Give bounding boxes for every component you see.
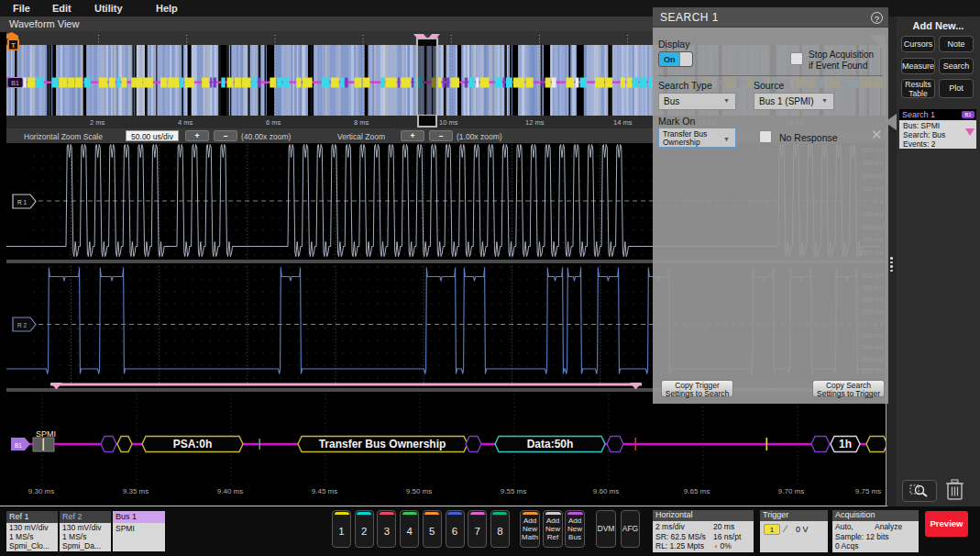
svg-text:B1: B1: [11, 80, 19, 86]
svg-text:9.35 ms: 9.35 ms: [123, 487, 149, 495]
svg-text:Data:50h: Data:50h: [527, 438, 574, 450]
svg-text:1h: 1h: [839, 438, 852, 450]
svg-text:9.70 ms: 9.70 ms: [778, 487, 804, 495]
svg-text:9.65 ms: 9.65 ms: [684, 487, 710, 495]
svg-text:T: T: [11, 41, 16, 50]
svg-text:9.40 ms: 9.40 ms: [217, 487, 243, 495]
svg-text:9.30 ms: 9.30 ms: [28, 487, 54, 495]
svg-text:9.45 ms: 9.45 ms: [312, 487, 337, 495]
svg-text:9.50 ms: 9.50 ms: [406, 487, 432, 495]
svg-text:R 2: R 2: [17, 322, 28, 328]
svg-text:R 1: R 1: [17, 199, 28, 206]
svg-text:9.75 ms: 9.75 ms: [855, 487, 881, 495]
svg-text:Transfer Bus Ownership: Transfer Bus Ownership: [319, 438, 446, 450]
svg-text:PSA:0h: PSA:0h: [173, 438, 213, 450]
svg-text:9.60 ms: 9.60 ms: [593, 487, 619, 495]
svg-text:9.55 ms: 9.55 ms: [501, 487, 526, 495]
svg-text:B1: B1: [15, 442, 22, 449]
